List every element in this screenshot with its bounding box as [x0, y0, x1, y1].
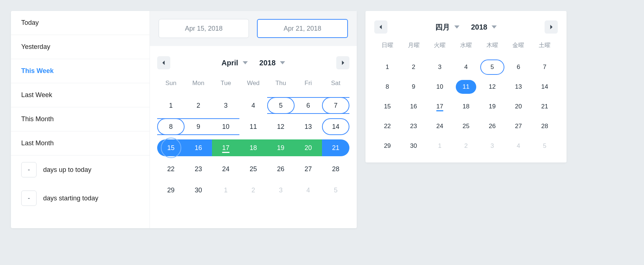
day-cell[interactable]: 15 [374, 97, 401, 116]
day-cell[interactable]: 24 [212, 158, 239, 180]
day-cell[interactable]: 30 [401, 136, 427, 156]
day-cell[interactable]: 4 [295, 180, 322, 201]
preset-this-week[interactable]: This Week [11, 59, 149, 83]
day-cell[interactable]: 7 [322, 95, 349, 116]
dow-header: Sat [322, 80, 349, 95]
day-cell[interactable]: 12 [479, 77, 505, 97]
day-cell[interactable]: 26 [267, 158, 295, 180]
days-count-input[interactable]: - [21, 162, 37, 177]
day-cell[interactable]: 10 [212, 116, 239, 137]
prev-month-button[interactable] [157, 56, 170, 69]
chevron-down-icon [492, 24, 497, 30]
day-cell[interactable]: 1 [157, 95, 185, 116]
preset-yesterday[interactable]: Yesterday [11, 35, 149, 59]
preset-last-week[interactable]: Last Week [11, 83, 149, 107]
day-cell[interactable]: 3 [212, 95, 239, 116]
year-select[interactable]: 2018 [260, 59, 285, 67]
prev-month-button[interactable] [374, 20, 387, 34]
day-cell[interactable]: 8 [374, 77, 401, 97]
day-cell[interactable]: 3 [427, 57, 453, 77]
day-cell-range-start[interactable]: 15 [157, 137, 185, 158]
preset-days-up-to-today: - days up to today [11, 155, 149, 184]
day-cell-today[interactable]: 17 [212, 137, 239, 158]
day-cell[interactable]: 20 [295, 137, 322, 158]
day-cell[interactable]: 4 [239, 95, 267, 116]
end-date-input[interactable]: Apr 21, 2018 [257, 19, 348, 38]
day-cell[interactable]: 3 [267, 180, 295, 201]
preset-days-starting-today: - days starting today [11, 184, 149, 212]
day-cell[interactable]: 3 [479, 136, 505, 156]
day-cell[interactable]: 7 [531, 57, 558, 77]
day-cell[interactable]: 4 [505, 136, 532, 156]
day-cell[interactable]: 13 [505, 77, 532, 97]
day-cell[interactable]: 2 [239, 180, 267, 201]
day-cell[interactable]: 9 [185, 116, 212, 137]
dow-header: 月曜 [401, 42, 427, 57]
day-cell[interactable]: 28 [531, 116, 558, 136]
dow-header: Tue [212, 80, 239, 95]
day-cell-today[interactable]: 17 [427, 97, 453, 116]
day-cell[interactable]: 11 [239, 116, 267, 137]
day-cell-outlined[interactable]: 5 [479, 57, 505, 77]
dow-header: Wed [239, 80, 267, 95]
day-cell[interactable]: 1 [427, 136, 453, 156]
day-cell[interactable]: 16 [401, 97, 427, 116]
day-cell[interactable]: 23 [401, 116, 427, 136]
calendar: April 2018 Sun Mon Tue Wed Thu [150, 46, 357, 207]
day-cell[interactable]: 16 [185, 137, 212, 158]
day-cell[interactable]: 10 [427, 77, 453, 97]
day-cell[interactable]: 26 [479, 116, 505, 136]
next-month-button[interactable] [545, 20, 558, 34]
day-cell[interactable]: 1 [374, 57, 401, 77]
day-cell[interactable]: 12 [267, 116, 295, 137]
preset-today[interactable]: Today [11, 11, 149, 35]
day-cell[interactable]: 20 [505, 97, 532, 116]
day-cell[interactable]: 22 [157, 158, 185, 180]
day-cell[interactable]: 14 [322, 116, 349, 137]
day-cell[interactable]: 2 [185, 95, 212, 116]
dow-header: Mon [185, 80, 212, 95]
dow-header: 水曜 [453, 42, 479, 57]
year-select[interactable]: 2018 [471, 23, 497, 31]
day-cell[interactable]: 18 [239, 137, 267, 158]
day-cell[interactable]: 2 [453, 136, 479, 156]
preset-last-month[interactable]: Last Month [11, 131, 149, 155]
day-cell[interactable]: 18 [453, 97, 479, 116]
month-select[interactable]: 四月 [435, 22, 459, 32]
day-cell[interactable]: 22 [374, 116, 401, 136]
day-cell[interactable]: 14 [531, 77, 558, 97]
month-select[interactable]: April [221, 59, 248, 67]
day-cell[interactable]: 25 [239, 158, 267, 180]
day-cell[interactable]: 5 [531, 136, 558, 156]
next-month-button[interactable] [336, 56, 349, 69]
day-cell[interactable]: 30 [185, 180, 212, 201]
day-cell-selected[interactable]: 11 [453, 77, 479, 97]
day-cell[interactable]: 19 [479, 97, 505, 116]
day-cell[interactable]: 4 [453, 57, 479, 77]
start-date-input[interactable]: Apr 15, 2018 [159, 19, 249, 38]
day-cell[interactable]: 19 [267, 137, 295, 158]
day-cell[interactable]: 21 [531, 97, 558, 116]
day-cell[interactable]: 13 [295, 116, 322, 137]
day-cell[interactable]: 6 [295, 95, 322, 116]
calendar-jp: 四月 2018 日曜 月曜 火曜 水曜 木曜 金曜 土曜 1 2 3 4 5 6… [365, 11, 567, 162]
day-cell[interactable]: 25 [453, 116, 479, 136]
day-cell[interactable]: 24 [427, 116, 453, 136]
day-cell[interactable]: 9 [401, 77, 427, 97]
day-cell[interactable]: 28 [322, 158, 349, 180]
day-cell[interactable]: 2 [401, 57, 427, 77]
day-cell[interactable]: 27 [295, 158, 322, 180]
date-inputs: Apr 15, 2018 Apr 21, 2018 [150, 11, 357, 46]
preset-custom-label: days starting today [43, 195, 98, 202]
preset-this-month[interactable]: This Month [11, 107, 149, 131]
days-count-input[interactable]: - [21, 191, 37, 206]
day-cell[interactable]: 1 [212, 180, 239, 201]
year-label: 2018 [260, 59, 276, 67]
day-cell[interactable]: 23 [185, 158, 212, 180]
day-cell[interactable]: 29 [374, 136, 401, 156]
day-cell[interactable]: 5 [322, 180, 349, 201]
day-cell[interactable]: 29 [157, 180, 185, 201]
day-cell[interactable]: 27 [505, 116, 532, 136]
day-cell[interactable]: 6 [505, 57, 532, 77]
day-cell-range-end[interactable]: 21 [322, 137, 349, 158]
